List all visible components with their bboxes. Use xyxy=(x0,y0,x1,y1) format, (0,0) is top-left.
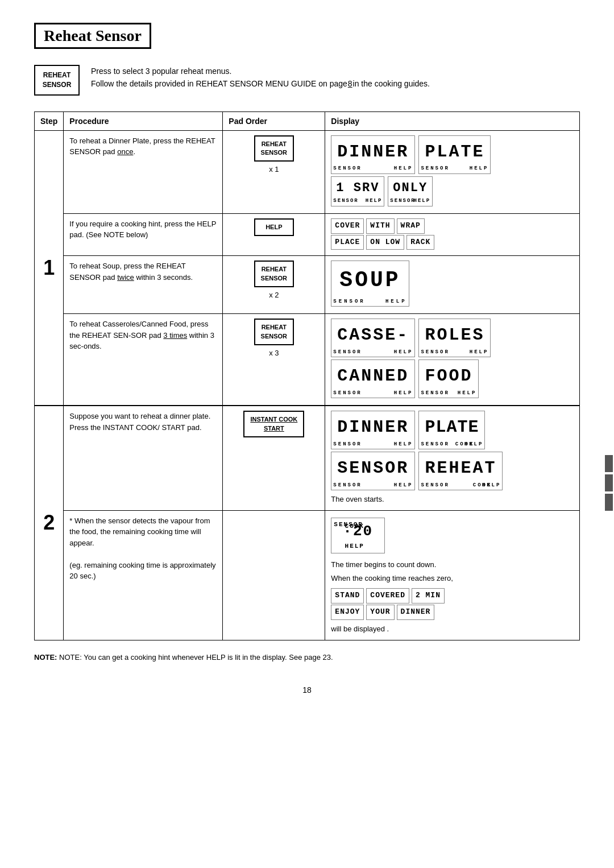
pad-help: HELP xyxy=(223,213,325,256)
page-title: Reheat Sensor xyxy=(34,23,151,49)
timer-text: The timer begins to count down. xyxy=(331,559,574,571)
display-casseroles: SENSOR CASSE- HELP SENSOR ROLES HELP SEN… xyxy=(325,314,580,406)
step-2: 2 xyxy=(35,406,64,640)
will-be-displayed-text: will be displayed . xyxy=(331,623,574,635)
step-1: 1 xyxy=(35,130,64,406)
note-section: NOTE: NOTE: You can get a cooking hint w… xyxy=(34,652,580,663)
table-row: * When the sensor detects the vapour fro… xyxy=(35,510,580,640)
proc-dinner-plate: To reheat a Dinner Plate, press the REHE… xyxy=(64,130,223,213)
display-step2a: SENSOR DINNER HELP SENSOR PLATE COOK HEL… xyxy=(325,406,580,510)
proc-soup: To reheat Soup, press the REHEAT SENSOR … xyxy=(64,256,223,314)
pad-reheat-sensor-3: REHEATSENSOR x 3 xyxy=(223,314,325,406)
sidebar-bar-3 xyxy=(605,494,613,511)
proc-step2a: Suppose you want to reheat a dinner plat… xyxy=(64,406,223,510)
sidebar-bar-1 xyxy=(605,455,613,472)
table-row: 2 Suppose you want to reheat a dinner pl… xyxy=(35,406,580,510)
pad-empty xyxy=(223,510,325,640)
page-number: 18 xyxy=(34,685,580,695)
table-row: If you require a cooking hint, press the… xyxy=(35,213,580,256)
table-row: To reheat Casseroles/Canned Food, press … xyxy=(35,314,580,406)
proc-help: If you require a cooking hint, press the… xyxy=(64,213,223,256)
display-help: COVER WITH WRAP PLACE ON LOW RACK xyxy=(325,213,580,256)
intro-section: REHEAT SENSOR Press to select 3 popular … xyxy=(34,65,580,96)
display-soup: SENSOR SOUP HELP xyxy=(325,256,580,314)
main-table: Step Procedure Pad Order Display 1 To re… xyxy=(34,111,580,640)
pad-reheat-sensor-1: REHEATSENSOR x 1 xyxy=(223,130,325,213)
display-dinner-plate: SENSOR DINNER HELP SENSOR PLATE HELP SEN… xyxy=(325,130,580,213)
oven-starts-text: The oven starts. xyxy=(331,494,574,506)
proc-step2b: * When the sensor detects the vapour fro… xyxy=(64,510,223,640)
header-procedure: Procedure xyxy=(64,111,223,130)
header-step: Step xyxy=(35,111,64,130)
sidebar-bar-2 xyxy=(605,474,613,491)
table-row: To reheat Soup, press the REHEAT SENSOR … xyxy=(35,256,580,314)
header-padorder: Pad Order xyxy=(223,111,325,130)
header-display: Display xyxy=(325,111,580,130)
pad-reheat-sensor-2: REHEATSENSOR x 2 xyxy=(223,256,325,314)
cooking-time-text: When the cooking time reaches zero, xyxy=(331,573,574,585)
sidebar-bars xyxy=(605,455,614,511)
reheat-sensor-button-label: REHEAT SENSOR xyxy=(34,65,80,96)
pad-instant-cook: INSTANT COOKSTART xyxy=(223,406,325,510)
proc-casseroles: To reheat Casseroles/Canned Food, press … xyxy=(64,314,223,406)
display-step2b: SENSOR ·20 COOK HELP The timer begins to… xyxy=(325,510,580,640)
intro-text: Press to select 3 popular reheat menus. … xyxy=(91,65,430,90)
table-row: 1 To reheat a Dinner Plate, press the RE… xyxy=(35,130,580,213)
